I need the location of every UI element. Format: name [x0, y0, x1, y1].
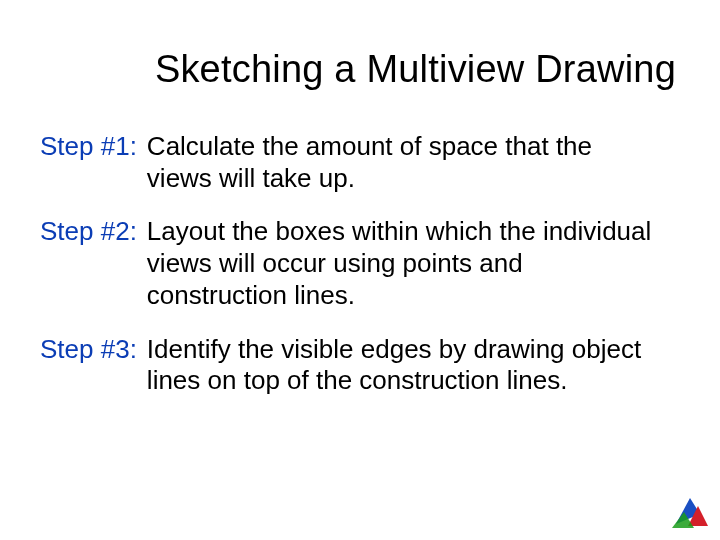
list-item: Step #1: Calculate the amount of space t… [40, 131, 684, 194]
pltw-logo-icon [670, 496, 710, 530]
step-label: Step #2: [40, 216, 137, 311]
step-list: Step #1: Calculate the amount of space t… [36, 131, 684, 397]
step-label: Step #1: [40, 131, 137, 194]
step-label: Step #3: [40, 334, 137, 397]
page-title: Sketching a Multiview Drawing [36, 48, 684, 91]
list-item: Step #2: Layout the boxes within which t… [40, 216, 684, 311]
list-item: Step #3: Identify the visible edges by d… [40, 334, 684, 397]
step-text: Calculate the amount of space that the v… [137, 131, 657, 194]
step-text: Layout the boxes within which the indivi… [137, 216, 657, 311]
slide: Sketching a Multiview Drawing Step #1: C… [0, 0, 720, 397]
step-text: Identify the visible edges by drawing ob… [137, 334, 657, 397]
